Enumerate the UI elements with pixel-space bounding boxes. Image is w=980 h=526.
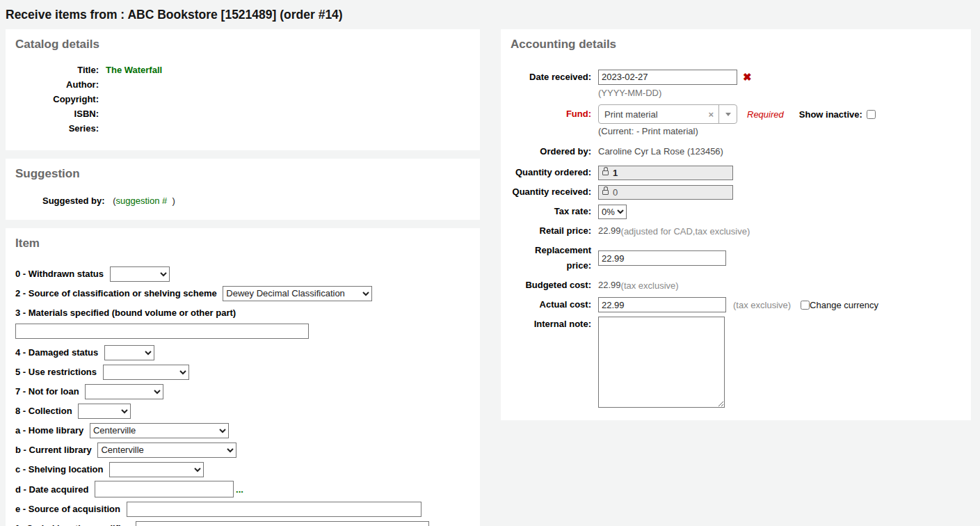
series-label: Series: xyxy=(15,121,99,136)
not-for-loan-select[interactable] xyxy=(85,384,163,399)
ordered-by-row: Ordered by: Caroline Cyr La Rose (123456… xyxy=(511,144,961,159)
fund-select[interactable]: Print material × xyxy=(598,104,737,124)
suggestion-panel: Suggestion Suggested by: (suggestion # ) xyxy=(6,159,480,220)
tax-rate-row: Tax rate: 0% xyxy=(511,204,961,219)
item-row-coded-location: f - Coded location qualifier xyxy=(15,520,470,526)
accounting-details-panel: Accounting details Date received: ✖ (YYY… xyxy=(501,29,971,420)
date-acquired-label: d - Date acquired xyxy=(15,484,88,495)
date-acquired-more-link[interactable]: ... xyxy=(236,484,243,495)
catalog-row-isbn: ISBN: xyxy=(15,106,470,121)
replacement-price-row: Replacement price: xyxy=(511,243,961,273)
item-row-date-acquired: d - Date acquired ... xyxy=(15,481,470,497)
retail-price-label: Retail price: xyxy=(511,223,591,239)
current-library-select[interactable]: Centerville xyxy=(97,443,236,458)
classification-label: 2 - Source of classification or shelving… xyxy=(15,288,217,298)
item-row-source-acquisition: e - Source of acquisition xyxy=(15,501,470,517)
collection-select[interactable] xyxy=(78,404,131,419)
catalog-details-panel: Catalog details Title: The Waterfall Aut… xyxy=(6,29,480,150)
quantity-received-value: 0 xyxy=(613,187,618,198)
item-row-withdrawn: 0 - Withdrawn status xyxy=(15,266,470,282)
home-library-select[interactable]: Centerville xyxy=(90,423,229,438)
accounting-rows: Date received: ✖ (YYYY-MM-DD) Fund: Prin… xyxy=(511,68,961,408)
main-columns: Catalog details Title: The Waterfall Aut… xyxy=(0,29,980,526)
fund-clear-icon[interactable]: × xyxy=(703,109,718,120)
date-received-row: Date received: ✖ xyxy=(511,68,961,86)
fund-dropdown-arrow-box[interactable] xyxy=(718,105,737,123)
source-of-acquisition-label: e - Source of acquisition xyxy=(15,504,120,514)
left-column: Catalog details Title: The Waterfall Aut… xyxy=(6,29,480,526)
copyright-label: Copyright: xyxy=(15,92,99,106)
fund-label: Fund: xyxy=(511,106,591,122)
fund-current-note: (Current: - Print material) xyxy=(598,125,961,137)
title-link[interactable]: The Waterfall xyxy=(106,63,162,77)
quantity-received-row: Quantity received: 0 xyxy=(511,184,961,200)
budgeted-cost-value: 22.99 xyxy=(598,278,621,293)
retail-price-value: 22.99 xyxy=(598,223,621,239)
replacement-price-label: Replacement price: xyxy=(511,243,591,273)
actual-cost-row: Actual cost: (tax exclusive) Change curr… xyxy=(511,297,961,312)
suggestion-close-paren: ) xyxy=(172,196,175,206)
chevron-down-icon xyxy=(725,113,731,116)
use-restrictions-select[interactable] xyxy=(103,365,189,380)
source-of-acquisition-input[interactable] xyxy=(127,502,421,517)
actual-cost-note: (tax exclusive) xyxy=(733,300,791,310)
ordered-by-label: Ordered by: xyxy=(511,144,591,159)
date-acquired-input[interactable] xyxy=(95,481,234,497)
current-library-label: b - Current library xyxy=(15,445,92,455)
actual-cost-label: Actual cost: xyxy=(511,297,591,312)
suggested-by-label: Suggested by: xyxy=(42,196,105,206)
catalog-row-author: Author: xyxy=(15,77,470,92)
quantity-received-input: 0 xyxy=(598,185,733,200)
required-note: Required xyxy=(747,109,784,120)
change-currency-label: Change currency xyxy=(810,300,878,310)
materials-specified-label: 3 - Materials specified (bound volume or… xyxy=(15,308,236,318)
fund-selected-value: Print material xyxy=(599,109,703,120)
withdrawn-status-select[interactable] xyxy=(110,266,170,282)
internal-note-textarea[interactable] xyxy=(598,317,725,408)
internal-note-label: Internal note: xyxy=(511,317,591,332)
damaged-status-label: 4 - Damaged status xyxy=(15,347,98,358)
actual-cost-input[interactable] xyxy=(598,297,726,312)
budgeted-cost-row: Budgeted cost: 22.99(tax exclusive) xyxy=(511,278,961,293)
suggested-by-row: Suggested by: (suggestion # ) xyxy=(42,195,470,207)
show-inactive-label: Show inactive: xyxy=(799,109,862,120)
materials-specified-input[interactable] xyxy=(15,324,309,339)
isbn-label: ISBN: xyxy=(15,106,99,121)
suggestion-heading: Suggestion xyxy=(15,167,470,181)
shelving-location-select[interactable] xyxy=(109,462,204,477)
show-inactive-checkbox[interactable] xyxy=(867,110,876,119)
not-for-loan-label: 7 - Not for loan xyxy=(15,386,79,397)
change-currency-checkbox[interactable] xyxy=(801,301,810,310)
author-label: Author: xyxy=(15,77,99,92)
retail-price-note: (adjusted for CAD,tax exclusive) xyxy=(621,226,750,237)
retail-price-row: Retail price: 22.99(adjusted for CAD,tax… xyxy=(511,223,961,239)
page-title: Receive items from : ABC Bookstore [1521… xyxy=(6,8,980,22)
date-received-input[interactable] xyxy=(598,70,737,85)
catalog-rows: Title: The Waterfall Author: Copyright: … xyxy=(15,63,470,136)
coded-location-qualifier-input[interactable] xyxy=(136,521,429,526)
item-row-use-restrictions: 5 - Use restrictions xyxy=(15,364,470,380)
classification-select[interactable]: Dewey Decimal Classification xyxy=(223,286,372,301)
coded-location-qualifier-label: f - Coded location qualifier xyxy=(15,523,129,526)
catalog-row-copyright: Copyright: xyxy=(15,92,470,106)
item-panel: Item 0 - Withdrawn status 2 - Source of … xyxy=(6,228,480,526)
item-row-classification: 2 - Source of classification or shelving… xyxy=(15,285,470,301)
suggestion-number-link[interactable]: suggestion # xyxy=(116,196,168,206)
item-row-shelving-location: c - Shelving location xyxy=(15,461,470,477)
item-row-not-for-loan: 7 - Not for loan xyxy=(15,383,470,399)
quantity-ordered-label: Quantity ordered: xyxy=(511,165,591,180)
clear-date-icon[interactable]: ✖ xyxy=(743,68,752,86)
replacement-price-input[interactable] xyxy=(598,250,726,266)
collection-label: 8 - Collection xyxy=(15,406,72,416)
item-row-damaged: 4 - Damaged status xyxy=(15,344,470,360)
quantity-ordered-row: Quantity ordered: 1 xyxy=(511,165,961,180)
item-heading: Item xyxy=(15,237,470,250)
item-rows: 0 - Withdrawn status 2 - Source of class… xyxy=(15,266,470,526)
budgeted-cost-note: (tax exclusive) xyxy=(621,280,679,291)
date-received-label: Date received: xyxy=(511,70,591,85)
tax-rate-select[interactable]: 0% xyxy=(598,205,627,219)
lock-icon xyxy=(602,170,609,175)
item-row-collection: 8 - Collection xyxy=(15,403,470,419)
damaged-status-select[interactable] xyxy=(104,345,154,360)
item-row-home-library: a - Home library Centerville xyxy=(15,422,470,438)
